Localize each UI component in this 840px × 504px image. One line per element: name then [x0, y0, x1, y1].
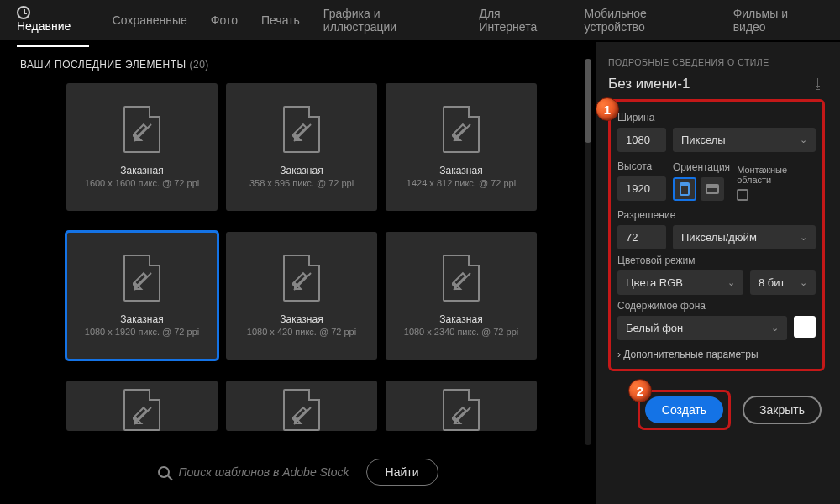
- preset-card[interactable]: Заказная1080 x 2340 пикс. @ 72 ppi: [386, 232, 537, 360]
- resolution-input[interactable]: 72: [617, 225, 666, 249]
- panel-header: ПОДРОБНЫЕ СВЕДЕНИЯ О СТИЛЕ: [608, 57, 825, 67]
- tab-graphics[interactable]: Графика и иллюстрации: [323, 0, 456, 45]
- card-detail: 1080 x 420 пикс. @ 72 ppi: [247, 327, 356, 337]
- resolution-units-select[interactable]: Пикселы/дюйм⌄: [673, 225, 816, 249]
- orientation-label: Ориентация: [673, 161, 730, 173]
- create-highlight: 2 Создать: [638, 390, 731, 430]
- document-icon: [123, 389, 160, 431]
- artboards-label: Монтажные области: [737, 165, 816, 185]
- preset-card[interactable]: [386, 381, 537, 431]
- chevron-down-icon: ⌄: [727, 277, 735, 288]
- bit-depth-select[interactable]: 8 бит⌄: [750, 270, 816, 295]
- card-detail: 1600 x 1600 пикс. @ 72 ppi: [85, 178, 199, 188]
- tab-mobile[interactable]: Мобильное устройство: [585, 0, 710, 45]
- background-label: Содержимое фона: [617, 300, 816, 312]
- background-select[interactable]: Белый фон⌄: [617, 316, 787, 340]
- scrollbar[interactable]: [585, 59, 591, 445]
- chevron-down-icon: ⌄: [771, 323, 779, 333]
- card-title: Заказная: [439, 165, 482, 176]
- clock-icon: [17, 6, 30, 19]
- document-icon: [443, 389, 480, 431]
- document-icon: [283, 255, 320, 302]
- resolution-label: Разрешение: [617, 209, 816, 221]
- card-title: Заказная: [120, 313, 163, 325]
- card-title: Заказная: [439, 313, 482, 325]
- height-label: Высота: [617, 160, 666, 172]
- preset-card[interactable]: Заказная1080 x 1920 пикс. @ 72 ppi: [66, 232, 218, 360]
- chevron-down-icon: ⌄: [800, 134, 807, 145]
- color-mode-select[interactable]: Цвета RGB⌄: [617, 270, 743, 295]
- portrait-icon: [680, 182, 690, 196]
- find-button[interactable]: Найти: [366, 459, 438, 486]
- orientation-landscape[interactable]: [701, 177, 724, 201]
- tab-recent[interactable]: Недавние: [17, 0, 89, 47]
- chevron-down-icon: ⌄: [800, 232, 807, 243]
- preset-card[interactable]: [226, 381, 377, 431]
- document-icon: [123, 255, 160, 302]
- units-select[interactable]: Пикселы⌄: [673, 128, 816, 152]
- color-mode-label: Цветовой режим: [617, 255, 816, 266]
- search-icon: [158, 466, 170, 478]
- document-icon: [283, 389, 320, 431]
- tab-film[interactable]: Фильмы и видео: [733, 0, 823, 45]
- artboards-checkbox[interactable]: [737, 189, 748, 201]
- advanced-options[interactable]: Дополнительные параметры: [617, 349, 816, 360]
- close-button[interactable]: Закрыть: [743, 396, 822, 424]
- background-swatch[interactable]: [794, 316, 816, 338]
- card-detail: 1080 x 2340 пикс. @ 72 ppi: [404, 327, 518, 337]
- preset-card[interactable]: Заказная1600 x 1600 пикс. @ 72 ppi: [66, 83, 218, 211]
- width-input[interactable]: 1080: [617, 128, 666, 152]
- preset-details-panel: ПОДРОБНЫЕ СВЕДЕНИЯ О СТИЛЕ Без имени-1 ⭳…: [596, 42, 840, 504]
- tab-photo[interactable]: Фото: [211, 2, 238, 39]
- card-title: Заказная: [280, 165, 323, 176]
- orientation-portrait[interactable]: [673, 177, 696, 201]
- preset-card[interactable]: Заказная358 x 595 пикс. @ 72 ppi: [226, 83, 377, 211]
- document-icon: [443, 255, 480, 302]
- document-icon: [123, 106, 160, 153]
- document-name[interactable]: Без имени-1: [608, 76, 690, 92]
- document-icon: [443, 106, 480, 153]
- tab-saved[interactable]: Сохраненные: [113, 2, 187, 39]
- tab-print[interactable]: Печать: [261, 2, 300, 39]
- category-tabs: Недавние Сохраненные Фото Печать Графика…: [0, 0, 840, 42]
- card-title: Заказная: [120, 165, 163, 176]
- annotation-marker-2: 2: [628, 379, 652, 402]
- chevron-down-icon: ⌄: [800, 277, 807, 288]
- scroll-thumb[interactable]: [585, 59, 591, 143]
- create-button[interactable]: Создать: [645, 396, 723, 423]
- recent-title: ВАШИ ПОСЛЕДНИЕ ЭЛЕМЕНТЫ (20): [20, 59, 576, 71]
- card-detail: 1080 x 1920 пикс. @ 72 ppi: [85, 327, 199, 337]
- save-preset-icon[interactable]: ⭳: [811, 76, 825, 92]
- landscape-icon: [706, 184, 719, 194]
- document-icon: [283, 106, 320, 153]
- card-detail: 1424 x 812 пикс. @ 72 ppi: [407, 178, 516, 188]
- settings-highlight: 1 Ширина 1080 Пикселы⌄ Высота 1920 Ориен…: [608, 99, 825, 371]
- search-input[interactable]: Поиск шаблонов в Adobe Stock: [158, 465, 349, 479]
- card-detail: 358 x 595 пикс. @ 72 ppi: [249, 178, 354, 188]
- height-input[interactable]: 1920: [617, 176, 666, 201]
- preset-grid: Заказная1600 x 1600 пикс. @ 72 ppiЗаказн…: [20, 83, 576, 444]
- preset-card[interactable]: Заказная1424 x 812 пикс. @ 72 ppi: [386, 83, 537, 211]
- preset-card[interactable]: [66, 381, 218, 431]
- card-title: Заказная: [280, 313, 323, 325]
- tab-web[interactable]: Для Интернета: [479, 0, 560, 45]
- preset-card[interactable]: Заказная1080 x 420 пикс. @ 72 ppi: [226, 232, 377, 360]
- annotation-marker-1: 1: [596, 97, 619, 121]
- width-label: Ширина: [617, 112, 816, 123]
